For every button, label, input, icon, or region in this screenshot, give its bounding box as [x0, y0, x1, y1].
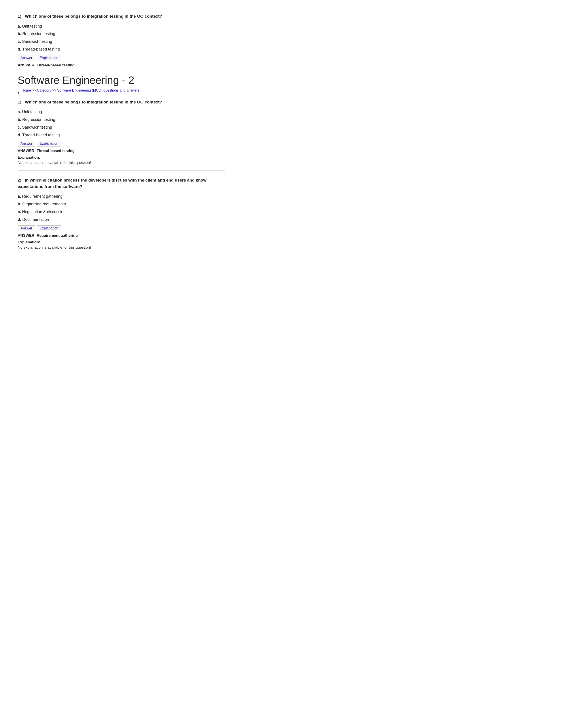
q1-option-a: a. Unit testing: [18, 109, 225, 115]
top-options: a. Unit testing b. Regression testing c.…: [18, 23, 225, 53]
q1-explanation-button[interactable]: Explanation: [37, 141, 61, 146]
q2-option-c: c. Negotiation & discussion: [18, 209, 225, 215]
q1-option-d: d. Thread-based testing: [18, 132, 225, 138]
option-c-top: c. Sandwich testing: [18, 38, 225, 45]
page-title: Software Engineering - 2: [18, 74, 225, 86]
q1-answer-button[interactable]: Answer: [18, 141, 35, 146]
question-2-text: 2) In which elicitation process the deve…: [18, 177, 225, 190]
question-2-options: a. Requirement gathering b. Organizing r…: [18, 193, 225, 223]
q1-explanation-text: No explanation is available for this que…: [18, 161, 225, 165]
question-2-body: In which elicitation process the develop…: [18, 178, 206, 189]
breadcrumb-link[interactable]: Software Engineering (MCQ) questions and…: [57, 88, 140, 92]
q2-option-b: b. Organizing requirements: [18, 201, 225, 207]
top-question-number: 1): [18, 14, 21, 19]
q1-buttons: Answer Explanation: [18, 141, 225, 146]
top-question-block: 1) Which one of these belongs to integra…: [18, 13, 225, 68]
question-2-number: 2): [18, 178, 21, 182]
top-question-body: Which one of these belongs to integratio…: [25, 14, 162, 19]
question-1-text: 1) Which one of these belongs to integra…: [18, 99, 225, 105]
question-1-body: Which one of these belongs to integratio…: [25, 100, 162, 104]
q2-explanation-text: No explanation is available for this que…: [18, 245, 225, 250]
question-1-block: 1) Which one of these belongs to integra…: [18, 99, 225, 165]
q1-answer-line: ANSWER: Thread-based testing: [18, 149, 225, 153]
divider-2: [18, 255, 225, 255]
bullet-dot: •: [18, 88, 19, 97]
top-explanation-button[interactable]: Explanation: [37, 55, 61, 61]
top-answer-button[interactable]: Answer: [18, 55, 35, 61]
breadcrumb-row: • Home >> Category >> Software Engineeri…: [18, 88, 225, 99]
option-b-top: b. Regression testing: [18, 31, 225, 37]
q2-buttons: Answer Explanation: [18, 225, 225, 231]
q2-answer-button[interactable]: Answer: [18, 225, 35, 231]
top-question-text: 1) Which one of these belongs to integra…: [18, 13, 225, 20]
q2-answer-line: ANSWER: Requirement gathering: [18, 233, 225, 238]
breadcrumb-category[interactable]: Category: [37, 88, 51, 92]
question-1-options: a. Unit testing b. Regression testing c.…: [18, 109, 225, 138]
question-2-block: 2) In which elicitation process the deve…: [18, 177, 225, 250]
breadcrumb-home[interactable]: Home: [22, 88, 31, 92]
q1-explanation-label: Explanation:: [18, 155, 225, 160]
q1-option-b: b. Regression testing: [18, 116, 225, 123]
option-d-top: d. Thread-based testing: [18, 46, 225, 53]
divider-1: [18, 170, 225, 171]
breadcrumb: Home >> Category >> Software Engineering…: [22, 88, 140, 92]
option-a-top: a. Unit testing: [18, 23, 225, 30]
q2-option-a: a. Requirement gathering: [18, 193, 225, 200]
q1-option-c: c. Sandwich testing: [18, 124, 225, 131]
q2-explanation-label: Explanation:: [18, 240, 225, 244]
q2-option-d: d. Documentation: [18, 216, 225, 223]
top-buttons: Answer Explanation: [18, 55, 225, 61]
q2-explanation-button[interactable]: Explanation: [37, 225, 61, 231]
question-1-number: 1): [18, 100, 21, 104]
top-answer-line: ANSWER: Thread-based testing: [18, 63, 225, 68]
